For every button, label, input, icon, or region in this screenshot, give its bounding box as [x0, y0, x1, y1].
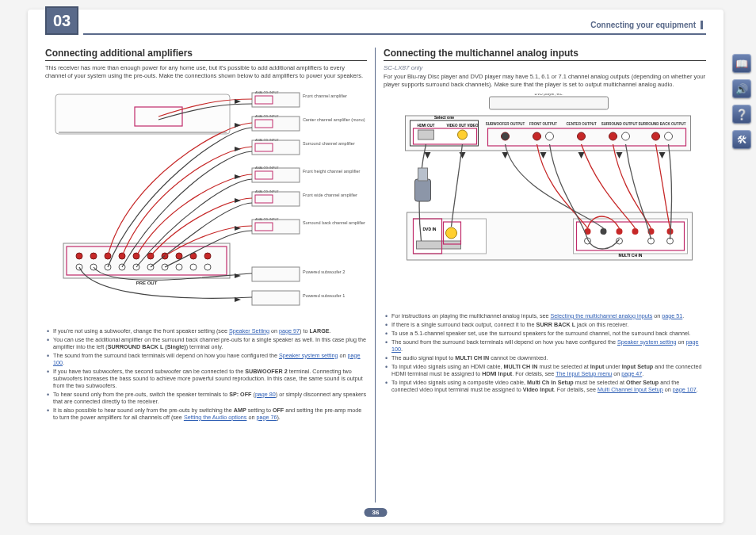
svg-rect-99	[418, 168, 428, 181]
note-item: To input video signals using a composite…	[384, 379, 706, 393]
svg-text:SURROUND BACK OUTPUT: SURROUND BACK OUTPUT	[639, 122, 686, 126]
svg-text:PRE OUT: PRE OUT	[136, 281, 158, 285]
svg-point-90	[601, 228, 607, 235]
chapter-badge: 03	[45, 6, 78, 35]
header-rule	[83, 33, 706, 35]
model-note: SC-LX87 only	[384, 64, 706, 71]
page-number: 36	[365, 508, 388, 517]
svg-text:ANALOG INPUT: ANALOG INPUT	[255, 138, 279, 142]
section-title: Connecting your equipment	[590, 21, 703, 29]
right-column: Connecting the multichannel analog input…	[376, 48, 706, 503]
svg-text:HDMI OUT: HDMI OUT	[417, 124, 434, 128]
svg-text:ANALOG INPUT: ANALOG INPUT	[255, 217, 279, 221]
svg-point-23	[176, 264, 182, 270]
svg-rect-54	[490, 97, 609, 109]
left-notes: If you're not using a subwoofer, change …	[45, 327, 367, 421]
left-intro: This receiver has more than enough power…	[45, 64, 367, 80]
note-item: The sound from the surround back termina…	[384, 338, 706, 353]
svg-point-69	[502, 132, 510, 140]
book-icon[interactable]: 📖	[732, 54, 751, 73]
svg-point-6	[76, 253, 82, 259]
right-intro: For your Blu-ray Disc player and DVD pla…	[384, 73, 706, 89]
svg-rect-26	[252, 93, 300, 107]
right-diagram: DVD player, etc. Select one HDMI OUT VID…	[384, 94, 706, 308]
svg-text:Front height channel amplifier: Front height channel amplifier	[303, 169, 361, 174]
left-diagram: PRE OUT	[45, 85, 367, 323]
svg-text:DVD player, etc.: DVD player, etc.	[534, 94, 563, 96]
svg-text:ANALOG INPUT: ANALOG INPUT	[255, 90, 279, 94]
svg-point-13	[176, 253, 182, 259]
svg-rect-98	[415, 179, 431, 201]
right-notes: For instructions on playing the multicha…	[384, 312, 706, 393]
svg-rect-30	[252, 117, 300, 131]
svg-rect-3	[63, 243, 230, 278]
svg-point-24	[190, 264, 197, 270]
svg-rect-42	[252, 192, 300, 206]
note-item: It is also possible to hear sound only f…	[45, 407, 367, 421]
manual-page: 03 Connecting your equipment Connecting …	[28, 10, 724, 523]
svg-text:Center channel amplifier (mono: Center channel amplifier (mono)	[303, 117, 365, 122]
svg-text:ANALOG INPUT: ANALOG INPUT	[255, 114, 279, 118]
svg-point-7	[90, 253, 97, 259]
svg-point-93	[632, 228, 639, 235]
svg-text:Surround channel amplifier: Surround channel amplifier	[303, 141, 355, 146]
svg-text:ANALOG INPUT: ANALOG INPUT	[255, 166, 279, 170]
svg-point-62	[458, 130, 468, 139]
svg-point-76	[665, 132, 673, 140]
svg-point-91	[617, 228, 623, 235]
svg-point-75	[652, 132, 660, 140]
right-heading: Connecting the multichannel analog input…	[384, 48, 706, 59]
svg-point-72	[578, 132, 586, 140]
tools-icon[interactable]: 🛠	[732, 130, 751, 149]
svg-point-71	[546, 132, 554, 140]
note-item: To hear sound only from the pre-outs, sw…	[45, 391, 367, 405]
note-item: If you're not using a subwoofer, change …	[45, 327, 367, 334]
svg-point-70	[533, 132, 541, 140]
note-item: The sound from the surround back termina…	[45, 352, 367, 366]
svg-text:DVD IN: DVD IN	[423, 227, 437, 231]
svg-text:Powered subwoofer 1: Powered subwoofer 1	[303, 293, 345, 298]
svg-rect-50	[252, 267, 300, 281]
speaker-icon[interactable]: 🔊	[732, 79, 751, 98]
note-item: If there is a single surround back outpu…	[384, 321, 706, 328]
svg-point-74	[622, 132, 630, 140]
svg-text:Select one: Select one	[434, 115, 454, 120]
svg-text:Surround back channel amplifie: Surround back channel amplifier	[303, 220, 365, 225]
left-heading: Connecting additional amplifiers	[45, 48, 367, 59]
svg-point-81	[446, 227, 457, 239]
note-item: For instructions on playing the multicha…	[384, 312, 706, 319]
svg-point-25	[204, 264, 211, 270]
svg-rect-0	[55, 94, 230, 134]
note-item: If you have two subwoofers, the second s…	[45, 368, 367, 389]
svg-rect-82	[417, 241, 461, 249]
svg-rect-34	[252, 140, 300, 155]
svg-text:Front wide channel amplifier: Front wide channel amplifier	[303, 193, 357, 197]
svg-point-92	[617, 238, 623, 244]
svg-text:SUBWOOFER OUTPUT: SUBWOOFER OUTPUT	[486, 122, 525, 126]
svg-text:VIDEO OUT VIDEO: VIDEO OUT VIDEO	[446, 124, 479, 128]
svg-text:CENTER OUTPUT: CENTER OUTPUT	[566, 122, 597, 126]
help-icon[interactable]: ❔	[732, 105, 751, 124]
svg-text:FRONT OUTPUT: FRONT OUTPUT	[529, 122, 557, 126]
svg-rect-61	[418, 130, 434, 139]
nav-rail: 📖 🔊 ❔ 🛠	[732, 54, 751, 149]
svg-text:Powered subwoofer 2: Powered subwoofer 2	[303, 269, 345, 274]
note-item: To input video signals using an HDMI cab…	[384, 363, 706, 377]
svg-point-73	[609, 132, 617, 140]
note-item: You can use the additional amplifier on …	[45, 336, 367, 350]
svg-rect-46	[252, 220, 300, 234]
svg-text:SURROUND OUTPUT: SURROUND OUTPUT	[601, 122, 638, 126]
svg-rect-38	[252, 168, 300, 182]
svg-text:MULTI CH IN: MULTI CH IN	[619, 253, 643, 258]
note-item: To use a 5.1-channel speaker set, use th…	[384, 330, 706, 337]
note-item: The audio signal input to MULTI CH IN ca…	[384, 354, 706, 361]
svg-rect-52	[252, 291, 300, 305]
svg-point-15	[204, 253, 211, 259]
left-column: Connecting additional amplifiers This re…	[45, 48, 376, 503]
svg-text:ANALOG INPUT: ANALOG INPUT	[255, 189, 279, 193]
svg-text:Front channel amplifier: Front channel amplifier	[303, 94, 347, 98]
